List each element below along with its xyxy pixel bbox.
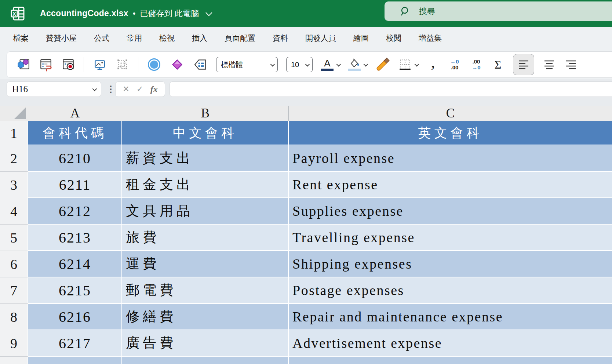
header-cell-english[interactable]: 英文會科 <box>289 121 612 145</box>
align-left-button[interactable] <box>513 54 534 75</box>
search-input[interactable]: 搜尋 <box>385 1 612 21</box>
record-macro-icon[interactable] <box>61 56 75 73</box>
more-options-icon[interactable]: ⋮ <box>106 84 115 94</box>
fill-color-button[interactable] <box>348 58 367 71</box>
table-row: 96217廣告費Advertisement expense <box>0 330 612 357</box>
row-number[interactable]: 8 <box>0 304 28 330</box>
cell-english-name[interactable]: Postage expenses <box>289 277 612 304</box>
macro-form-icon[interactable] <box>39 56 53 73</box>
cell-chinese-name[interactable]: 旅費 <box>122 225 289 251</box>
row-number[interactable]: 2 <box>0 145 28 172</box>
enter-icon[interactable]: ✓ <box>136 84 143 94</box>
tab-draw[interactable]: 繪圖 <box>353 33 369 43</box>
tab-developer[interactable]: 開發人員 <box>305 33 336 43</box>
tag-icon[interactable] <box>193 56 208 73</box>
row-number[interactable]: 6 <box>0 251 28 277</box>
tab-home[interactable]: 常用 <box>127 33 142 43</box>
cell-english-name[interactable]: Rent expense <box>289 172 612 198</box>
row-number[interactable]: 3 <box>0 172 28 198</box>
document-title: AccountingCode.xlsx • 已儲存到 此電腦 <box>40 8 210 19</box>
comma-style-button[interactable]: , <box>426 56 440 73</box>
tab-view[interactable]: 檢視 <box>159 33 175 43</box>
cell-account-code[interactable]: 6216 <box>28 304 122 330</box>
tab-addins[interactable]: 增益集 <box>419 33 442 43</box>
cell-chinese-name[interactable]: 運費 <box>122 251 289 277</box>
cell[interactable] <box>289 357 612 364</box>
tab-formulas[interactable]: 公式 <box>94 33 109 43</box>
header-cell-chinese[interactable]: 中文會科 <box>122 121 289 145</box>
tab-file[interactable]: 檔案 <box>13 33 29 43</box>
name-box[interactable]: H16 <box>7 81 101 97</box>
row-number[interactable] <box>0 357 28 364</box>
font-name-select[interactable]: 標楷體 <box>216 57 278 72</box>
chevron-down-icon <box>305 62 310 66</box>
cell-chinese-name[interactable]: 文具用品 <box>122 198 289 225</box>
cell[interactable] <box>122 357 289 364</box>
save-status[interactable]: 已儲存到 此電腦 <box>140 8 199 19</box>
borders-button[interactable] <box>398 58 418 71</box>
align-center-button[interactable] <box>543 56 556 73</box>
blue-circle-icon[interactable] <box>147 56 161 73</box>
autosum-button[interactable]: Σ <box>491 56 504 73</box>
cell-english-name[interactable]: Travelling expense <box>289 225 612 251</box>
font-color-letter: A <box>324 58 330 68</box>
font-color-button[interactable]: A <box>321 58 340 71</box>
row-number[interactable]: 9 <box>0 330 28 357</box>
cell-chinese-name[interactable]: 租金支出 <box>122 172 289 198</box>
select-all-corner[interactable] <box>0 106 28 121</box>
row-number[interactable]: 5 <box>0 225 28 251</box>
tab-page-layout[interactable]: 頁面配置 <box>225 33 255 43</box>
svg-text:X: X <box>12 11 16 17</box>
purple-diamond-icon[interactable] <box>170 56 185 73</box>
chevron-down-icon <box>336 62 341 66</box>
cell-account-code[interactable]: 6210 <box>28 145 122 172</box>
tab-addin-custom[interactable]: 贊贊小屋 <box>46 33 77 43</box>
cell-english-name[interactable]: Repair and maintenance expense <box>289 304 612 330</box>
chevron-down-icon[interactable] <box>205 9 212 16</box>
addin-3d-cubes-icon[interactable] <box>17 56 30 73</box>
tab-insert[interactable]: 插入 <box>192 33 207 43</box>
font-size-select[interactable]: 10 <box>286 57 313 72</box>
increase-decimal-button[interactable]: ←0 .00 <box>448 56 461 73</box>
cell-chinese-name[interactable]: 薪資支出 <box>122 145 289 172</box>
cell-chinese-name[interactable]: 廣告費 <box>122 330 289 357</box>
cell-account-code[interactable]: 6215 <box>28 277 122 304</box>
cell-account-code[interactable]: 6217 <box>28 330 122 357</box>
tab-data[interactable]: 資料 <box>273 33 288 43</box>
column-header-a[interactable]: A <box>28 106 122 121</box>
cell[interactable] <box>28 357 122 364</box>
row-number[interactable]: 1 <box>0 121 28 145</box>
table-row: 26210薪資支出Payroll expense <box>0 145 612 172</box>
cell-chinese-name[interactable]: 修繕費 <box>122 304 289 330</box>
cell-english-name[interactable]: Advertisement expense <box>289 330 612 357</box>
toolbar: 標楷體 10 A <box>7 51 612 78</box>
insert-function-icon[interactable]: fx <box>150 84 158 94</box>
column-header-b[interactable]: B <box>122 106 289 121</box>
formula-input[interactable] <box>170 81 612 97</box>
group-objects-icon[interactable] <box>116 56 130 73</box>
cell-english-name[interactable]: Shipping expenses <box>289 251 612 277</box>
search-icon <box>400 6 411 17</box>
select-all-triangle-icon <box>14 108 26 119</box>
cell-account-code[interactable]: 6212 <box>28 198 122 225</box>
excel-window: X AccountingCode.xlsx • 已儲存到 此電腦 搜尋 檔案 贊… <box>0 0 612 364</box>
cell-account-code[interactable]: 6211 <box>28 172 122 198</box>
cell-chinese-name[interactable]: 郵電費 <box>122 277 289 304</box>
tab-review[interactable]: 校閱 <box>386 33 401 43</box>
decrease-decimal-button[interactable]: .00 →0 <box>470 56 483 73</box>
column-header-c[interactable]: C <box>289 106 612 121</box>
excel-logo-icon[interactable]: X <box>10 6 25 21</box>
cell-english-name[interactable]: Payroll expense <box>289 145 612 172</box>
cell-english-name[interactable]: Supplies expense <box>289 198 612 225</box>
header-cell-code[interactable]: 會科代碼 <box>28 121 122 145</box>
format-painter-button[interactable] <box>375 56 390 73</box>
cell-account-code[interactable]: 6213 <box>28 225 122 251</box>
row-number[interactable]: 7 <box>0 277 28 304</box>
cell-account-code[interactable]: 6214 <box>28 251 122 277</box>
cancel-icon[interactable]: ✕ <box>123 84 129 94</box>
screenshot-icon[interactable] <box>92 56 107 73</box>
search-placeholder: 搜尋 <box>419 6 435 17</box>
align-right-button[interactable] <box>564 56 578 73</box>
row-number[interactable]: 4 <box>0 198 28 225</box>
toolbar-separator <box>84 57 84 72</box>
